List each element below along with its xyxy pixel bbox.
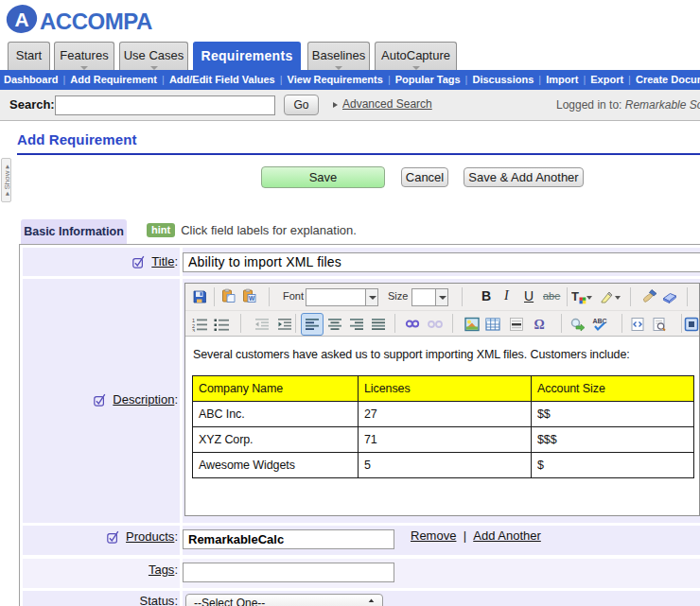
svg-text:T: T	[571, 289, 579, 303]
svg-text:Ω: Ω	[534, 318, 544, 332]
svg-text:ACCOMPA: ACCOMPA	[40, 9, 152, 34]
svg-text:A: A	[14, 9, 28, 30]
svg-text:W: W	[249, 295, 255, 302]
svg-text:3: 3	[192, 328, 195, 332]
